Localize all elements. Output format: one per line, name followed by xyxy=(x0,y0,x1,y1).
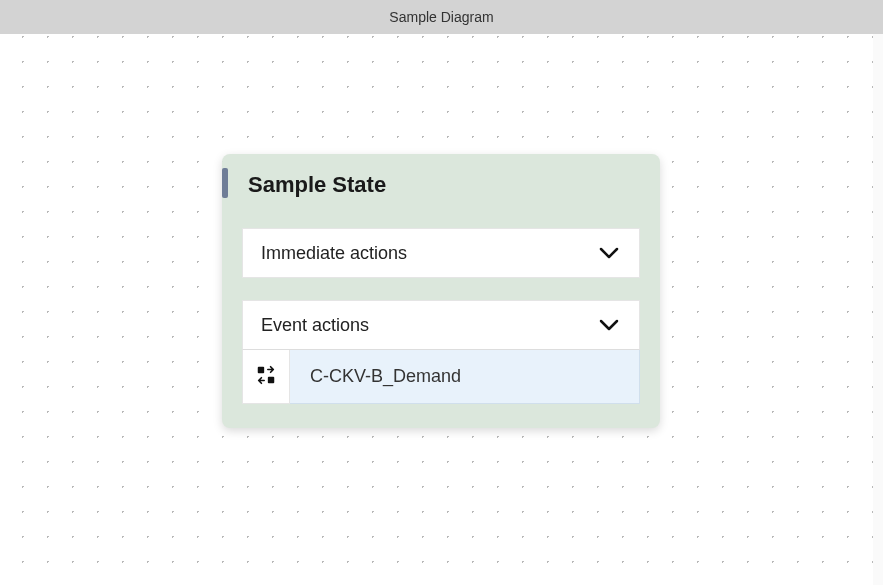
immediate-actions-header[interactable]: Immediate actions xyxy=(242,228,640,278)
vertical-scrollbar[interactable] xyxy=(873,34,883,585)
event-action-icon-cell xyxy=(242,350,290,404)
svg-rect-0 xyxy=(258,366,264,372)
state-node[interactable]: Sample State Immediate actions Event act… xyxy=(222,154,660,428)
state-header: Sample State xyxy=(242,172,640,198)
swap-icon xyxy=(255,364,277,390)
state-title: Sample State xyxy=(248,172,640,198)
immediate-actions-section: Immediate actions xyxy=(242,228,640,278)
event-actions-label: Event actions xyxy=(261,315,369,336)
event-action-item[interactable]: C-CKV-B_Demand xyxy=(242,350,640,404)
event-action-label-cell: C-CKV-B_Demand xyxy=(290,350,640,404)
event-action-label: C-CKV-B_Demand xyxy=(310,366,461,387)
event-actions-header[interactable]: Event actions xyxy=(242,300,640,350)
immediate-actions-label: Immediate actions xyxy=(261,243,407,264)
canvas-container: Sample State Immediate actions Event act… xyxy=(0,34,883,585)
svg-rect-1 xyxy=(268,376,274,382)
event-actions-section: Event actions xyxy=(242,300,640,404)
title-bar: Sample Diagram xyxy=(0,0,883,34)
chevron-down-icon xyxy=(597,241,621,265)
state-accent-bar xyxy=(222,168,228,198)
chevron-down-icon xyxy=(597,313,621,337)
diagram-title: Sample Diagram xyxy=(389,9,493,25)
